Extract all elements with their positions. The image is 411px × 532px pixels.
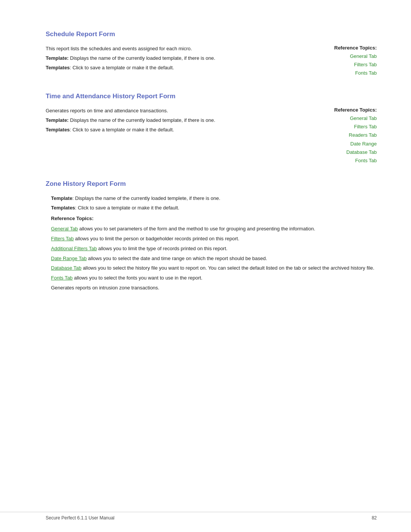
zone-template-bold: Template bbox=[51, 195, 72, 201]
zone-ref-item-3: Date Range Tab allows you to select the … bbox=[51, 255, 377, 263]
ta-database-tab-link[interactable]: Database Tab bbox=[334, 148, 377, 157]
zone-date-range-tab-desc: allows you to select the date and time r… bbox=[88, 256, 267, 261]
zone-filters-tab-desc: allows you to limit the person or badgeh… bbox=[75, 236, 239, 241]
ta-readers-tab-link[interactable]: Readers Tab bbox=[334, 131, 377, 139]
zone-ref-item-5: Fonts Tab allows you to select the fonts… bbox=[51, 274, 377, 282]
zone-general-tab-desc: allows you to set parameters of the form… bbox=[79, 226, 315, 232]
zone-templates-bold: Templates bbox=[51, 205, 75, 211]
schedule-body-line2: Template: Displays the name of the curre… bbox=[46, 54, 319, 62]
ta-filters-tab-link[interactable]: Filters Tab bbox=[334, 123, 377, 131]
zone-additional-filters-tab-desc: allows you to limit the type of records … bbox=[98, 246, 228, 251]
zone-templates-line: Templates: Click to save a template or m… bbox=[51, 204, 377, 212]
schedule-reference-block: Reference Topics: General Tab Filters Ta… bbox=[334, 45, 377, 77]
zone-fonts-tab-link[interactable]: Fonts Tab bbox=[51, 275, 73, 281]
zone-ref-item-0: General Tab allows you to set parameters… bbox=[51, 225, 377, 233]
zone-reference-label: Reference Topics: bbox=[51, 215, 377, 223]
ta-templates-bold: Templates bbox=[46, 127, 70, 133]
schedule-body-line3: Templates: Click to save a template or m… bbox=[46, 64, 319, 72]
zone-general-tab-link[interactable]: General Tab bbox=[51, 226, 78, 232]
ta-history-body: Generates reports on time and attendance… bbox=[46, 107, 319, 135]
zone-additional-filters-tab-link[interactable]: Additional Filters Tab bbox=[51, 246, 97, 251]
ta-template-bold: Template: bbox=[46, 117, 68, 123]
zone-date-range-tab-link[interactable]: Date Range Tab bbox=[51, 256, 87, 261]
zone-filters-tab-link[interactable]: Filters Tab bbox=[51, 236, 74, 241]
ta-history-title: Time and Attendance History Report Form bbox=[46, 93, 377, 100]
page-footer: Secure Perfect 6.1.1 User Manual 82 bbox=[0, 512, 411, 521]
zone-database-tab-link[interactable]: Database Tab bbox=[51, 265, 81, 271]
zone-history-title: Zone History Report Form bbox=[46, 180, 377, 188]
ta-reference-block: Reference Topics: General Tab Filters Ta… bbox=[334, 107, 377, 165]
zone-template-line: Template: Displays the name of the curre… bbox=[51, 195, 377, 203]
ta-body-line2: Template: Displays the name of the curre… bbox=[46, 117, 319, 125]
footer-left: Secure Perfect 6.1.1 User Manual bbox=[46, 515, 115, 521]
schedule-general-tab-link[interactable]: General Tab bbox=[334, 52, 377, 61]
ta-body-line3: Templates: Click to save a template or m… bbox=[46, 126, 319, 134]
zone-footer-line: Generates reports on intrusion zone tran… bbox=[51, 284, 377, 292]
schedule-fonts-tab-link[interactable]: Fonts Tab bbox=[334, 69, 377, 77]
ta-date-range-link[interactable]: Date Range bbox=[334, 140, 377, 148]
schedule-report-body: This report lists the schedules and even… bbox=[46, 45, 319, 73]
ta-general-tab-link[interactable]: General Tab bbox=[334, 114, 377, 123]
schedule-template-bold: Template: bbox=[46, 55, 68, 61]
ta-fonts-tab-link[interactable]: Fonts Tab bbox=[334, 157, 377, 165]
schedule-filters-tab-link[interactable]: Filters Tab bbox=[334, 61, 377, 69]
zone-history-section: Zone History Report Form Template: Displ… bbox=[46, 180, 377, 292]
ta-body-line1: Generates reports on time and attendance… bbox=[46, 107, 319, 115]
schedule-report-section: Schedule Report Form Reference Topics: G… bbox=[46, 30, 377, 81]
zone-database-tab-desc: allows you to select the history file yo… bbox=[83, 265, 374, 271]
zone-ref-item-1: Filters Tab allows you to limit the pers… bbox=[51, 235, 377, 243]
zone-fonts-tab-desc: allows you to select the fonts you want … bbox=[74, 275, 202, 281]
ta-history-section: Time and Attendance History Report Form … bbox=[46, 93, 377, 169]
schedule-report-title: Schedule Report Form bbox=[46, 30, 377, 38]
footer-right: 82 bbox=[372, 515, 377, 521]
zone-ref-item-2: Additional Filters Tab allows you to lim… bbox=[51, 245, 377, 253]
zone-ref-item-4: Database Tab allows you to select the hi… bbox=[51, 264, 377, 272]
ta-reference-label: Reference Topics: bbox=[334, 107, 377, 113]
schedule-reference-label: Reference Topics: bbox=[334, 45, 377, 51]
schedule-body-line1: This report lists the schedules and even… bbox=[46, 45, 319, 53]
schedule-templates-bold: Templates bbox=[46, 65, 70, 70]
